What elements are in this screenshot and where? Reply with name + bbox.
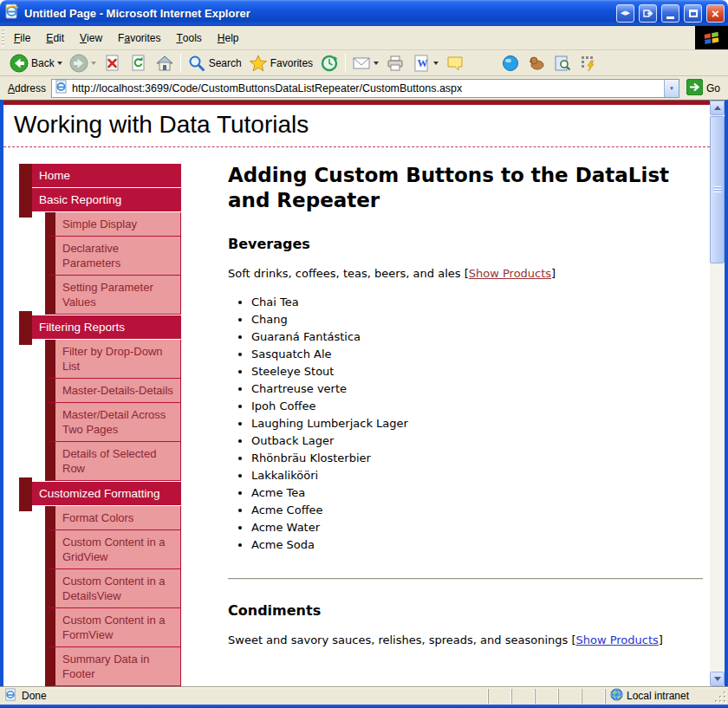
stop-button[interactable] [100,52,126,75]
nav-item[interactable]: Format Colors [45,506,181,530]
nav-item[interactable]: Home [32,164,181,187]
research-pane-button[interactable] [549,52,575,75]
go-button[interactable]: Go [679,79,725,98]
ie-app-icon [4,3,20,23]
content-viewport: Working with Data Tutorials HomeBasic Re… [0,100,728,686]
forward-icon [69,54,88,73]
globe-icon [610,688,623,704]
back-button[interactable]: Back [6,52,66,75]
messenger-grid-button[interactable] [575,52,601,75]
title-bar: Untitled Page - Microsoft Internet Explo… [0,0,728,26]
resize-grip[interactable] [714,687,728,705]
screen-resize-button[interactable]: ◀▶ [616,4,634,23]
msn-button[interactable] [497,52,523,75]
nav-item[interactable]: Filter by Drop-Down List [45,340,181,379]
back-label: Back [31,57,55,69]
menu-tools[interactable]: Tools [168,26,209,49]
mail-icon [352,54,371,73]
forward-dropdown-icon[interactable] [91,62,96,68]
category-heading: Condiments [228,602,703,619]
favorites-star-icon [249,54,268,73]
product-item: Lakkalikööri [251,467,703,484]
search-icon [187,54,206,73]
mail-dropdown-icon[interactable] [374,62,379,68]
history-button[interactable] [316,52,342,75]
menu-view[interactable]: View [72,26,110,49]
svg-text:W: W [418,57,428,69]
discuss-button[interactable] [442,52,468,75]
nav-item[interactable]: Setting Parameter Values [45,276,181,315]
product-item: Chai Tea [251,294,703,311]
window-title: Untitled Page - Microsoft Internet Explo… [24,7,612,20]
address-field[interactable]: http://localhost:3699/Code/CustomButtons… [51,79,679,98]
menu-help[interactable]: Help [210,26,247,49]
scroll-up-button[interactable] [710,101,725,115]
status-panel [582,689,605,704]
nav-item[interactable]: Summary Data in Footer [45,647,181,686]
status-panel [558,689,582,704]
scrollbar-thumb[interactable] [710,116,725,263]
favorites-button[interactable]: Favorites [245,52,316,75]
product-item: Chartreuse verte [251,380,703,398]
minimize-button[interactable] [661,4,679,23]
research-dog-button[interactable] [523,52,549,75]
section-divider [228,578,703,580]
show-products-link[interactable]: Show Products [469,267,551,280]
show-products-link[interactable]: Show Products [575,633,658,646]
menu-edit[interactable]: Edit [38,26,72,49]
nav-item[interactable]: Custom Content in a FormView [45,608,181,647]
go-label: Go [706,82,720,94]
url-text[interactable]: http://localhost:3699/Code/CustomButtons… [68,82,664,94]
edit-with-word-button[interactable]: W [408,52,442,75]
status-text: Done [22,690,47,702]
print-button[interactable] [382,52,408,75]
sections: BeveragesSoft drinks, coffees, teas, bee… [228,236,703,646]
status-panel [511,689,535,704]
scroll-down-button[interactable] [710,672,725,686]
nav-item[interactable]: Master/Detail Across Two Pages [45,403,181,442]
product-item: Rhönbräu Klosterbier [251,450,703,467]
popout-button[interactable] [639,4,657,23]
product-item: Sasquatch Ale [251,346,703,363]
nav-item[interactable]: Customized Formatting [32,482,181,505]
edit-dropdown-icon[interactable] [433,62,439,68]
scrollbar-track[interactable] [710,264,725,672]
nav-item[interactable]: Master-Details-Details [45,379,181,403]
product-item: Outback Lager [251,432,703,450]
product-item: Acme Water [251,519,703,536]
site-title: Working with Data Tutorials [3,105,710,146]
nav-item[interactable]: Custom Content in a GridView [45,530,181,569]
word-document-icon: W [412,54,431,73]
toolbar-grip[interactable] [2,29,4,47]
nav-item[interactable]: Declarative Parameters [45,237,181,276]
product-item: Laughing Lumberjack Lager [251,415,703,432]
close-button[interactable]: × [706,4,725,23]
menu-file[interactable]: File [6,26,38,49]
sidebar-nav: HomeBasic ReportingSimple DisplayDeclara… [32,163,181,686]
maximize-button[interactable] [684,4,702,23]
menu-favorites[interactable]: Favorites [110,26,168,49]
nav-item[interactable]: Simple Display [45,212,181,237]
product-item: Acme Coffee [251,502,703,519]
nav-item[interactable]: Basic Reporting [32,188,181,211]
forward-button[interactable] [66,52,100,75]
refresh-button[interactable] [126,52,152,75]
vertical-scrollbar[interactable] [710,101,725,686]
nav-item[interactable]: Custom Content in a DetailsView [45,569,181,608]
address-dropdown-button[interactable]: ▼ [664,80,679,97]
search-button[interactable]: Search [184,52,245,75]
page-ie-icon [4,688,17,704]
back-dropdown-icon[interactable] [57,62,62,68]
product-item: Acme Soda [251,536,703,554]
mail-button[interactable] [348,52,382,75]
category-heading: Beverages [228,236,703,252]
main-article: Adding Custom Buttons to the DataList an… [228,163,703,686]
menu-bar: FileEditViewFavoritesToolsHelp [0,26,728,50]
product-item: Chang [251,311,703,328]
page-ie-icon [55,80,68,97]
product-item: Guaraná Fantástica [251,328,703,346]
toolbar-separator [180,54,181,73]
nav-item[interactable]: Details of Selected Row [45,442,181,481]
nav-item[interactable]: Filtering Reports [32,315,181,339]
home-button[interactable] [152,52,178,75]
